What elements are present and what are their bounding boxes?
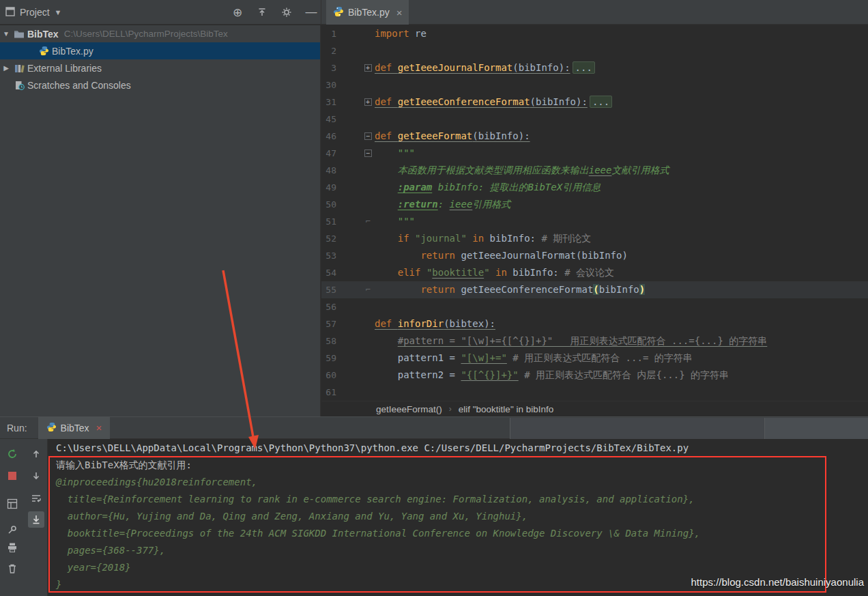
line-number[interactable]: 1	[321, 25, 356, 42]
fold-marker-empty	[361, 25, 375, 42]
pycharm-window: Project ▼ ⊕ — BibTex.py × ▼	[0, 0, 868, 596]
code-text	[375, 111, 868, 128]
chevron-right-icon[interactable]: ▶	[0, 64, 12, 72]
breadcrumb-separator-icon: ›	[449, 404, 452, 414]
line-number[interactable]: 58	[321, 332, 356, 350]
editor-line[interactable]: 54 elif "booktitle" in bibInfo: # 会议论文	[321, 264, 868, 281]
chevron-down-icon[interactable]: ▼	[0, 30, 12, 38]
locate-file-icon[interactable]: ⊕	[229, 4, 246, 20]
editor-line[interactable]: 3+def getIeeeJournalFormat(bibInfo):...	[321, 59, 868, 76]
tree-item-bibtex-py[interactable]: BibTex.py	[0, 42, 320, 59]
csdn-watermark: https://blog.csdn.net/baishuiniyaonulia	[691, 576, 864, 588]
editor-line[interactable]: 61	[321, 384, 868, 401]
line-number[interactable]: 51	[321, 213, 356, 230]
editor-line[interactable]: 58 #pattern = "[\w]+={[^{}]+}" 用正则表达式匹配符…	[321, 332, 868, 350]
rerun-button[interactable]	[4, 446, 20, 462]
fold-marker-icon[interactable]: −	[361, 128, 375, 145]
editor-line[interactable]: 57def inforDir(bibtex):	[321, 315, 868, 332]
editor-line[interactable]: 45	[321, 111, 868, 128]
pin-tab-button[interactable]	[4, 522, 20, 538]
fold-marker-icon[interactable]: −	[361, 145, 375, 162]
line-number[interactable]: 60	[321, 367, 356, 384]
console-output[interactable]: C:\Users\DELL\AppData\Local\Programs\Pyt…	[48, 439, 868, 596]
line-number[interactable]: 61	[321, 384, 356, 401]
line-number[interactable]: 3	[321, 59, 356, 76]
line-number[interactable]: 50	[321, 196, 356, 213]
fold-marker-icon[interactable]: +	[361, 59, 375, 76]
breadcrumb-item-function[interactable]: getIeeeFormat()	[376, 404, 442, 414]
editor-line[interactable]: 46−def getIeeeFormat(bibInfo):	[321, 128, 868, 145]
editor-line[interactable]: 47− """	[321, 145, 868, 162]
code-text: pattern2 = "{[^{}]+}" # 用正则表达式匹配符合 内层{..…	[375, 367, 868, 384]
breadcrumb: getIeeeFormat() › elif "booktitle" in bi…	[321, 401, 868, 416]
editor-line[interactable]: 50 :return: ieee引用格式	[321, 196, 868, 213]
line-number[interactable]: 46	[321, 128, 356, 145]
editor-line[interactable]: 2	[321, 42, 868, 59]
editor-line[interactable]: 51⌐ """	[321, 213, 868, 230]
editor-line[interactable]: 53 return getIeeeJournalFormat(bibInfo)	[321, 247, 868, 264]
line-number[interactable]: 52	[321, 230, 356, 247]
editor-line[interactable]: 48 本函数用于根据文献类型调用相应函数来输出ieee文献引用格式	[321, 162, 868, 179]
line-number[interactable]: 53	[321, 247, 356, 264]
soft-wrap-button[interactable]	[28, 490, 44, 507]
console-line: booktitle={Proceedings of the 24th ACM S…	[56, 525, 868, 542]
restore-layout-button[interactable]	[4, 496, 20, 512]
line-number[interactable]: 59	[321, 350, 356, 367]
editor-line[interactable]: 56	[321, 298, 868, 315]
line-number[interactable]: 57	[321, 315, 356, 332]
code-editor[interactable]: 1import re23+def getIeeeJournalFormat(bi…	[321, 25, 868, 401]
fold-marker-icon[interactable]: +	[361, 94, 375, 111]
editor-line[interactable]: 52 if "journal" in bibInfo: # 期刊论文	[321, 230, 868, 247]
collapse-all-icon[interactable]	[254, 4, 270, 20]
code-text: :return: ieee引用格式	[375, 196, 868, 213]
editor-line[interactable]: 31+def getIeeeConferenceFormat(bibInfo):…	[321, 94, 868, 111]
run-tab-bibtex[interactable]: BibTex ×	[38, 416, 111, 439]
editor-line[interactable]: 55⌐ return getIeeeConferenceFormat(bibIn…	[321, 281, 868, 298]
run-tab-label: BibTex	[61, 423, 89, 434]
chevron-down-icon: ▼	[55, 8, 62, 16]
project-root-name: BibTex	[27, 29, 59, 40]
line-number[interactable]: 30	[321, 76, 356, 94]
editor-line[interactable]: 1import re	[321, 25, 868, 42]
fold-marker-empty	[361, 111, 375, 128]
editor-line[interactable]: 30	[321, 76, 868, 94]
line-number[interactable]: 47	[321, 145, 356, 162]
run-header: Run: BibTex ×	[0, 416, 868, 439]
tab-bibtex-py[interactable]: BibTex.py ×	[326, 0, 409, 25]
fold-marker-empty	[361, 298, 375, 315]
line-number[interactable]: 56	[321, 298, 356, 315]
editor-line[interactable]: 60 pattern2 = "{[^{}]+}" # 用正则表达式匹配符合 内层…	[321, 367, 868, 384]
editor-line[interactable]: 59 pattern1 = "[\w]+=" # 用正则表达式匹配符合 ...=…	[321, 350, 868, 367]
line-number[interactable]: 55	[321, 281, 356, 298]
line-number[interactable]: 54	[321, 264, 356, 281]
editor-line[interactable]: 49 :param bibInfo: 提取出的BibTeX引用信息	[321, 179, 868, 196]
scroll-to-end-button[interactable]	[28, 511, 44, 528]
line-number[interactable]: 45	[321, 111, 356, 128]
fold-marker-empty	[361, 179, 375, 196]
run-toolbar	[0, 439, 48, 596]
prev-occurrence-button[interactable]	[28, 446, 44, 462]
line-number[interactable]: 2	[321, 42, 356, 59]
tree-item-external-libraries[interactable]: ▶ External Libraries	[0, 59, 320, 76]
console-line: title={Reinforcement learning to rank in…	[56, 491, 868, 508]
project-tool-window-selector[interactable]: Project ▼	[5, 0, 61, 25]
hide-panel-icon[interactable]: —	[303, 4, 319, 20]
top-toolbar: Project ▼ ⊕ — BibTex.py ×	[0, 0, 868, 25]
line-number[interactable]: 48	[321, 162, 356, 179]
close-run-tab-icon[interactable]: ×	[96, 422, 102, 434]
close-tab-icon[interactable]: ×	[396, 7, 403, 18]
tab-label: BibTex.py	[348, 7, 390, 18]
settings-gear-icon[interactable]	[278, 4, 295, 20]
clear-all-button[interactable]	[4, 560, 20, 577]
run-header-segment	[764, 418, 868, 439]
fold-marker-icon[interactable]: ⌐	[361, 213, 375, 230]
print-button[interactable]	[4, 539, 20, 556]
line-number[interactable]: 31	[321, 94, 356, 111]
stop-button[interactable]	[4, 468, 20, 484]
tree-item-scratches[interactable]: Scratches and Consoles	[0, 76, 320, 94]
fold-marker-icon[interactable]: ⌐	[361, 281, 375, 298]
next-occurrence-button[interactable]	[28, 468, 44, 484]
breadcrumb-item-statement[interactable]: elif "booktitle" in bibInfo	[459, 404, 553, 414]
tree-root-bibtex[interactable]: ▼ BibTex C:\Users\DELL\PycharmProjects\B…	[0, 25, 320, 42]
line-number[interactable]: 49	[321, 179, 356, 196]
